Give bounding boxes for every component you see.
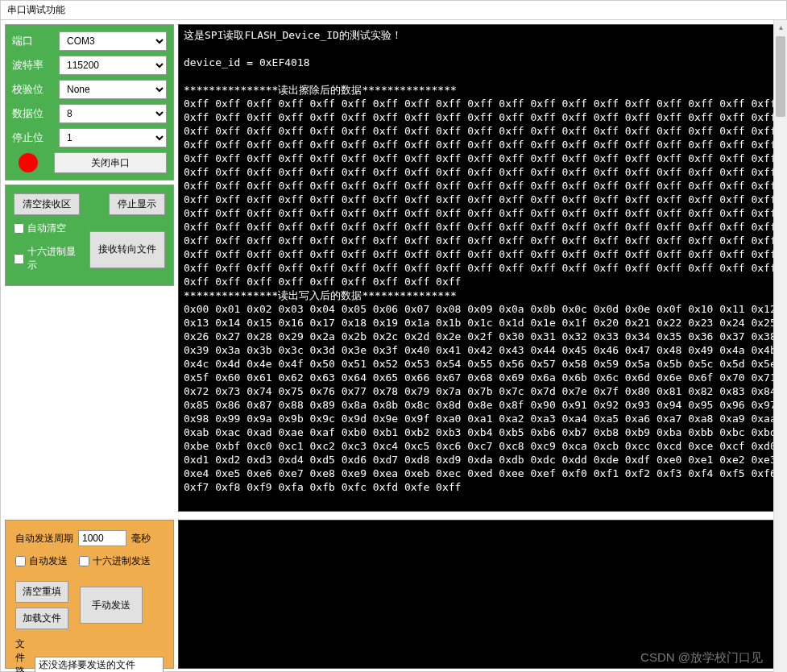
parity-select[interactable]: None <box>59 80 167 99</box>
hex-send-input[interactable] <box>79 556 89 566</box>
auto-clear-input[interactable] <box>14 223 24 234</box>
auto-clear-checkbox[interactable]: 自动清空 <box>14 222 81 235</box>
tx-terminal[interactable] <box>178 520 782 669</box>
stop-display-button[interactable]: 停止显示 <box>109 193 165 215</box>
baud-label: 波特率 <box>12 58 52 73</box>
port-label: 端口 <box>12 34 52 48</box>
parity-label: 校验位 <box>12 82 52 97</box>
tx-controls-panel: 自动发送周期 毫秒 自动发送 十六进制发送 清空重填 加载文件 <box>5 520 174 669</box>
send-period-unit: 毫秒 <box>131 532 151 545</box>
auto-send-checkbox[interactable]: 自动发送 <box>15 554 68 568</box>
file-path-label: 文件路径 <box>15 637 30 672</box>
status-led-icon <box>19 153 38 172</box>
auto-send-label: 自动发送 <box>29 554 68 568</box>
auto-clear-label: 自动清空 <box>27 222 66 235</box>
rx-terminal[interactable]: 这是SPI读取FLASH_Device_ID的测试实验！ device_id =… <box>178 24 782 512</box>
window-title: 串口调试功能 <box>1 1 786 20</box>
hex-send-checkbox[interactable]: 十六进制发送 <box>79 554 151 568</box>
stop-bits-label: 停止位 <box>12 131 52 145</box>
scroll-thumb[interactable] <box>776 36 785 117</box>
send-period-label: 自动发送周期 <box>15 532 73 545</box>
port-settings-panel: 端口 COM3 波特率 115200 校验位 None 数据位 8 停止位 <box>5 24 174 180</box>
baud-select[interactable]: 115200 <box>59 56 167 75</box>
rx-to-file-button[interactable]: 接收转向文件 <box>89 231 165 268</box>
manual-send-button[interactable]: 手动发送 <box>80 587 143 624</box>
stop-bits-select[interactable]: 1 <box>59 128 167 147</box>
auto-send-input[interactable] <box>15 556 26 566</box>
data-bits-label: 数据位 <box>12 106 52 121</box>
scroll-up-icon[interactable]: ▴ <box>774 20 787 34</box>
load-file-button[interactable]: 加载文件 <box>15 608 68 629</box>
send-period-input[interactable] <box>78 530 126 546</box>
hex-send-label: 十六进制发送 <box>93 554 151 568</box>
rx-controls-panel: 清空接收区 停止显示 自动清空 十六进制显示 接收转向文件 <box>5 185 174 286</box>
close-port-button[interactable]: 关闭串口 <box>54 152 167 173</box>
port-select[interactable]: COM3 <box>59 31 167 51</box>
vertical-scrollbar[interactable]: ▴ <box>773 20 787 672</box>
data-bits-select[interactable]: 8 <box>59 104 167 123</box>
hex-display-checkbox[interactable]: 十六进制显示 <box>14 245 81 272</box>
clear-rx-button[interactable]: 清空接收区 <box>14 193 80 215</box>
hex-display-label: 十六进制显示 <box>27 245 81 272</box>
clear-refill-button[interactable]: 清空重填 <box>15 581 68 603</box>
hex-display-input[interactable] <box>14 254 24 264</box>
file-path-input[interactable] <box>35 657 164 672</box>
